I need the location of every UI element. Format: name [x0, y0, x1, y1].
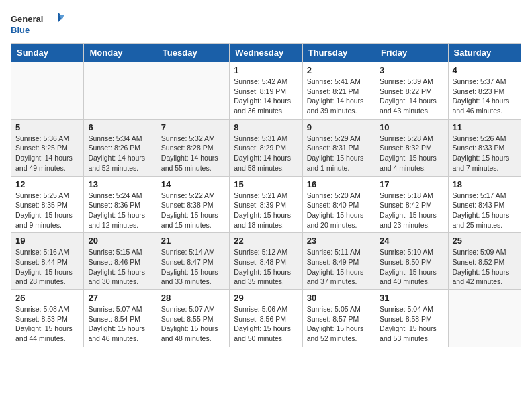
calendar-day-cell: 25Sunrise: 5:09 AMSunset: 8:52 PMDayligh…	[448, 233, 521, 290]
day-info: Sunrise: 5:08 AMSunset: 8:53 PMDaylight:…	[15, 304, 79, 344]
calendar-day-cell	[157, 62, 229, 120]
day-info: Sunrise: 5:04 AMSunset: 8:58 PMDaylight:…	[380, 304, 443, 344]
day-number: 4	[453, 65, 517, 75]
calendar-day-header: Thursday	[302, 44, 375, 62]
day-number: 1	[234, 65, 298, 75]
calendar-week-row: 12Sunrise: 5:25 AMSunset: 8:35 PMDayligh…	[11, 176, 521, 233]
day-number: 15	[234, 179, 298, 189]
calendar-day-cell: 10Sunrise: 5:28 AMSunset: 8:32 PMDayligh…	[375, 119, 448, 176]
calendar-day-cell: 4Sunrise: 5:37 AMSunset: 8:23 PMDaylight…	[448, 62, 521, 120]
calendar-day-cell: 28Sunrise: 5:07 AMSunset: 8:55 PMDayligh…	[157, 290, 229, 347]
day-number: 14	[161, 179, 225, 189]
day-number: 31	[380, 293, 443, 303]
day-number: 10	[380, 122, 443, 132]
calendar-day-header: Monday	[84, 44, 157, 62]
day-info: Sunrise: 5:18 AMSunset: 8:42 PMDaylight:…	[380, 191, 443, 230]
day-info: Sunrise: 5:29 AMSunset: 8:31 PMDaylight:…	[307, 134, 371, 173]
calendar-day-cell: 12Sunrise: 5:25 AMSunset: 8:35 PMDayligh…	[11, 176, 84, 233]
day-number: 23	[307, 236, 371, 246]
calendar-day-cell: 13Sunrise: 5:24 AMSunset: 8:36 PMDayligh…	[84, 176, 157, 233]
day-info: Sunrise: 5:11 AMSunset: 8:49 PMDaylight:…	[307, 247, 371, 287]
calendar-day-cell: 27Sunrise: 5:07 AMSunset: 8:54 PMDayligh…	[84, 290, 157, 347]
day-info: Sunrise: 5:25 AMSunset: 8:35 PMDaylight:…	[15, 191, 79, 230]
day-number: 28	[161, 293, 225, 303]
day-number: 7	[161, 122, 225, 132]
day-number: 6	[88, 122, 152, 132]
day-info: Sunrise: 5:16 AMSunset: 8:44 PMDaylight:…	[15, 247, 79, 287]
day-info: Sunrise: 5:32 AMSunset: 8:28 PMDaylight:…	[161, 134, 225, 173]
day-info: Sunrise: 5:36 AMSunset: 8:25 PMDaylight:…	[15, 134, 79, 173]
calendar-day-cell: 17Sunrise: 5:18 AMSunset: 8:42 PMDayligh…	[375, 176, 448, 233]
calendar-day-cell: 15Sunrise: 5:21 AMSunset: 8:39 PMDayligh…	[230, 176, 302, 233]
calendar-week-row: 26Sunrise: 5:08 AMSunset: 8:53 PMDayligh…	[11, 290, 521, 347]
day-number: 5	[15, 122, 79, 132]
day-number: 18	[453, 179, 517, 189]
day-info: Sunrise: 5:15 AMSunset: 8:46 PMDaylight:…	[88, 247, 152, 287]
calendar-week-row: 1Sunrise: 5:42 AMSunset: 8:19 PMDaylight…	[11, 62, 521, 120]
calendar-day-cell: 2Sunrise: 5:41 AMSunset: 8:21 PMDaylight…	[302, 62, 375, 120]
calendar-week-row: 19Sunrise: 5:16 AMSunset: 8:44 PMDayligh…	[11, 233, 521, 290]
calendar-day-cell	[11, 62, 84, 120]
day-info: Sunrise: 5:39 AMSunset: 8:22 PMDaylight:…	[380, 77, 443, 116]
calendar-day-header: Saturday	[448, 44, 521, 62]
page-header: General Blue	[11, 11, 521, 38]
calendar-day-cell	[448, 290, 521, 347]
day-info: Sunrise: 5:07 AMSunset: 8:54 PMDaylight:…	[88, 304, 152, 344]
day-info: Sunrise: 5:14 AMSunset: 8:47 PMDaylight:…	[161, 247, 225, 287]
calendar-day-header: Sunday	[11, 44, 84, 62]
calendar-day-cell	[84, 62, 157, 120]
day-info: Sunrise: 5:05 AMSunset: 8:57 PMDaylight:…	[307, 304, 371, 344]
day-number: 13	[88, 179, 152, 189]
calendar-day-cell: 7Sunrise: 5:32 AMSunset: 8:28 PMDaylight…	[157, 119, 229, 176]
calendar-week-row: 5Sunrise: 5:36 AMSunset: 8:25 PMDaylight…	[11, 119, 521, 176]
calendar-day-cell: 22Sunrise: 5:12 AMSunset: 8:48 PMDayligh…	[230, 233, 302, 290]
logo: General Blue	[11, 11, 64, 38]
calendar-day-cell: 19Sunrise: 5:16 AMSunset: 8:44 PMDayligh…	[11, 233, 84, 290]
day-number: 16	[307, 179, 371, 189]
svg-text:Blue: Blue	[11, 25, 30, 35]
day-info: Sunrise: 5:37 AMSunset: 8:23 PMDaylight:…	[453, 77, 517, 116]
calendar-day-cell: 26Sunrise: 5:08 AMSunset: 8:53 PMDayligh…	[11, 290, 84, 347]
calendar-day-cell: 5Sunrise: 5:36 AMSunset: 8:25 PMDaylight…	[11, 119, 84, 176]
day-info: Sunrise: 5:26 AMSunset: 8:33 PMDaylight:…	[453, 134, 517, 173]
calendar-day-cell: 1Sunrise: 5:42 AMSunset: 8:19 PMDaylight…	[230, 62, 302, 120]
svg-text:General: General	[11, 14, 43, 24]
day-info: Sunrise: 5:24 AMSunset: 8:36 PMDaylight:…	[88, 191, 152, 230]
day-info: Sunrise: 5:42 AMSunset: 8:19 PMDaylight:…	[234, 77, 298, 116]
day-number: 30	[307, 293, 371, 303]
calendar-day-cell: 6Sunrise: 5:34 AMSunset: 8:26 PMDaylight…	[84, 119, 157, 176]
calendar-day-header: Friday	[375, 44, 448, 62]
day-info: Sunrise: 5:41 AMSunset: 8:21 PMDaylight:…	[307, 77, 371, 116]
calendar-day-cell: 24Sunrise: 5:10 AMSunset: 8:50 PMDayligh…	[375, 233, 448, 290]
day-info: Sunrise: 5:34 AMSunset: 8:26 PMDaylight:…	[88, 134, 152, 173]
day-number: 27	[88, 293, 152, 303]
day-info: Sunrise: 5:21 AMSunset: 8:39 PMDaylight:…	[234, 191, 298, 230]
day-number: 25	[453, 236, 517, 246]
day-info: Sunrise: 5:17 AMSunset: 8:43 PMDaylight:…	[453, 191, 517, 230]
day-info: Sunrise: 5:22 AMSunset: 8:38 PMDaylight:…	[161, 191, 225, 230]
day-info: Sunrise: 5:31 AMSunset: 8:29 PMDaylight:…	[234, 134, 298, 173]
calendar-day-cell: 21Sunrise: 5:14 AMSunset: 8:47 PMDayligh…	[157, 233, 229, 290]
calendar-day-header: Wednesday	[230, 44, 302, 62]
day-number: 22	[234, 236, 298, 246]
calendar-day-cell: 8Sunrise: 5:31 AMSunset: 8:29 PMDaylight…	[230, 119, 302, 176]
calendar-day-header: Tuesday	[157, 44, 229, 62]
calendar-day-cell: 20Sunrise: 5:15 AMSunset: 8:46 PMDayligh…	[84, 233, 157, 290]
day-number: 8	[234, 122, 298, 132]
calendar-day-cell: 30Sunrise: 5:05 AMSunset: 8:57 PMDayligh…	[302, 290, 375, 347]
day-number: 21	[161, 236, 225, 246]
day-info: Sunrise: 5:10 AMSunset: 8:50 PMDaylight:…	[380, 247, 443, 287]
calendar-day-cell: 31Sunrise: 5:04 AMSunset: 8:58 PMDayligh…	[375, 290, 448, 347]
generalblue-logo: General Blue	[11, 11, 64, 38]
calendar-header-row: SundayMondayTuesdayWednesdayThursdayFrid…	[11, 44, 521, 62]
day-info: Sunrise: 5:06 AMSunset: 8:56 PMDaylight:…	[234, 304, 298, 344]
calendar-day-cell: 16Sunrise: 5:20 AMSunset: 8:40 PMDayligh…	[302, 176, 375, 233]
calendar-day-cell: 11Sunrise: 5:26 AMSunset: 8:33 PMDayligh…	[448, 119, 521, 176]
calendar-day-cell: 18Sunrise: 5:17 AMSunset: 8:43 PMDayligh…	[448, 176, 521, 233]
day-number: 20	[88, 236, 152, 246]
day-number: 29	[234, 293, 298, 303]
day-info: Sunrise: 5:09 AMSunset: 8:52 PMDaylight:…	[453, 247, 517, 287]
calendar-day-cell: 9Sunrise: 5:29 AMSunset: 8:31 PMDaylight…	[302, 119, 375, 176]
day-info: Sunrise: 5:20 AMSunset: 8:40 PMDaylight:…	[307, 191, 371, 230]
day-number: 11	[453, 122, 517, 132]
